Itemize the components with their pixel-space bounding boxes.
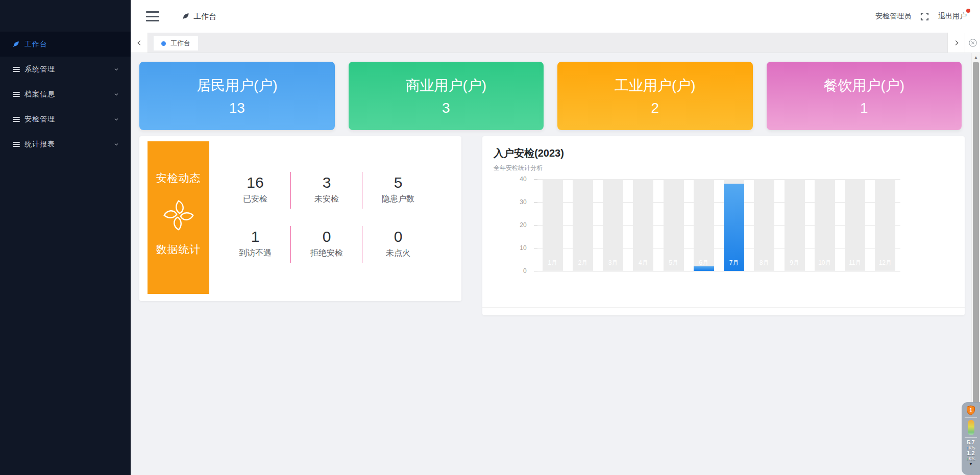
chart-slot: 8月: [749, 179, 779, 271]
shield-badge-icon[interactable]: 1: [966, 405, 975, 415]
chart-axis-tick: [534, 225, 537, 226]
shield-badge-count: 1: [966, 405, 975, 415]
chart-month-label: 3月: [598, 259, 628, 267]
stat-label: 未点火: [386, 248, 410, 259]
sidebar: 工作台 系统管理 档案信息 安检管理 统计报表: [0, 0, 131, 475]
fullscreen-icon[interactable]: [920, 12, 929, 21]
chart-background-bar: [815, 179, 835, 271]
chart-month-label: 7月: [719, 259, 749, 267]
chevron-down-icon: [113, 91, 119, 97]
stat-value: 1: [251, 228, 260, 245]
logout-button[interactable]: 退出用户: [938, 12, 967, 21]
network-speed-widget[interactable]: 1 5.7 ↑K/s 1.2 ↓K/s ▼: [962, 402, 980, 475]
download-speed-unit: ↓K/s: [966, 456, 975, 461]
stat-visit-missed: 1 到访不遇: [219, 220, 291, 267]
chart-slot: 4月: [628, 179, 658, 271]
chart-slot: 7月: [719, 179, 749, 271]
chart-month-label: 6月: [689, 259, 719, 267]
chart-slot: 10月: [810, 179, 840, 271]
chart-bar[interactable]: [724, 184, 744, 271]
sidebar-item-system[interactable]: 系统管理: [0, 57, 131, 82]
chart-background-bar: [694, 179, 714, 271]
chart-slot: 5月: [658, 179, 689, 271]
chart-axis-tick: [534, 248, 537, 248]
sidebar-item-workbench[interactable]: 工作台: [0, 32, 131, 57]
chart-month-label: 1月: [537, 259, 568, 267]
scrollbar-up-arrow[interactable]: ▲: [972, 53, 980, 61]
chart-slots: 1月2月3月4月5月6月7月8月9月10月11月12月: [537, 179, 900, 271]
card-catering-users[interactable]: 餐饮用户(户) 1: [767, 62, 962, 130]
tab-close-menu-icon[interactable]: [965, 33, 980, 53]
stat-label: 隐患户数: [382, 194, 414, 205]
stat-label: 拒绝安检: [310, 248, 343, 259]
chart-plot: 0102030401月2月3月4月5月6月7月8月9月10月11月12月: [537, 179, 900, 271]
chevron-down-icon: [113, 116, 119, 122]
sidebar-logo-area: [0, 0, 131, 32]
widget-divider: [965, 437, 977, 438]
chevron-down-icon: [113, 66, 119, 72]
leaf-icon: [182, 12, 190, 20]
sidebar-item-archives[interactable]: 档案信息: [0, 82, 131, 107]
leaf-icon: [12, 40, 20, 48]
pinwheel-icon: [162, 198, 195, 232]
chart-month-label: 12月: [870, 259, 900, 267]
tabs-scroll-right-button[interactable]: [947, 33, 965, 53]
stats-grid: 16 已安检 3 未安检 5 隐患户数 1 到访不遇 0 拒绝安检 0 未点火: [219, 166, 434, 267]
chart-title: 入户安检(2023): [494, 146, 564, 160]
card-title: 餐饮用户(户): [767, 76, 962, 95]
chart-panel-divider: [482, 307, 965, 308]
upload-speed-value: 5.7: [967, 440, 974, 445]
inspection-banner: 安检动态 数据统计: [148, 141, 209, 294]
card-resident-users[interactable]: 居民用户(户) 13: [139, 62, 335, 130]
chart-slot: 3月: [598, 179, 628, 271]
tabs-scroll-left-button[interactable]: [131, 33, 148, 53]
sidebar-item-label: 工作台: [24, 40, 119, 49]
card-industrial-users[interactable]: 工业用户(户) 2: [557, 62, 753, 130]
chart-slot: 11月: [840, 179, 870, 271]
card-value: 13: [139, 100, 335, 116]
stat-hazard-households: 5 隐患户数: [362, 166, 434, 213]
stat-value: 0: [394, 228, 403, 245]
list-icon: [12, 140, 20, 148]
header-right: 安检管理员 退出用户: [875, 12, 980, 21]
stat-label: 到访不遇: [239, 248, 272, 259]
chart-month-label: 9月: [779, 259, 810, 267]
scrollbar-thumb[interactable]: [973, 62, 979, 403]
chart-background-bar: [664, 179, 684, 271]
chart-background-bar: [875, 179, 895, 271]
stat-value: 0: [323, 228, 331, 245]
sidebar-item-label: 安检管理: [24, 115, 113, 124]
chart-slot: 9月: [779, 179, 810, 271]
stat-value: 5: [394, 174, 403, 191]
logout-label: 退出用户: [938, 12, 967, 20]
stat-not-inspected: 3 未安检: [291, 166, 362, 213]
stat-label: 未安检: [314, 194, 339, 205]
chart-month-label: 11月: [840, 259, 870, 267]
sidebar-item-reports[interactable]: 统计报表: [0, 132, 131, 157]
collapse-caret-icon[interactable]: ▼: [969, 462, 973, 466]
card-value: 3: [349, 100, 544, 116]
tab-workbench[interactable]: 工作台: [153, 36, 199, 51]
card-commercial-users[interactable]: 商业用户(户) 3: [349, 62, 544, 130]
chart-subtitle: 全年安检统计分析: [494, 164, 543, 172]
chart-ytick-label: 10: [520, 244, 526, 252]
hamburger-menu-icon[interactable]: [146, 11, 159, 21]
stat-cards-row: 居民用户(户) 13 商业用户(户) 3 工业用户(户) 2 餐饮用户(户) 1: [139, 62, 962, 130]
sidebar-item-inspection[interactable]: 安检管理: [0, 107, 131, 132]
chart-axis-tick: [534, 271, 537, 271]
stat-inspected: 16 已安检: [219, 166, 291, 213]
chart-month-label: 2月: [568, 259, 598, 267]
banner-subtitle: 数据统计: [156, 242, 201, 257]
chart-axis-tick: [534, 202, 537, 203]
chart-ytick-label: 20: [520, 221, 526, 229]
chart-slot: 1月: [537, 179, 568, 271]
list-icon: [12, 90, 20, 98]
chart-background-bar: [633, 179, 653, 271]
chart-ytick-label: 40: [520, 176, 526, 183]
username-label[interactable]: 安检管理员: [875, 12, 911, 21]
chart-slot: 12月: [870, 179, 900, 271]
breadcrumb-label: 工作台: [193, 12, 216, 21]
temperature-meter-icon: [968, 420, 974, 435]
chart-background-bar: [754, 179, 774, 271]
tab-bar: 工作台: [131, 33, 980, 53]
